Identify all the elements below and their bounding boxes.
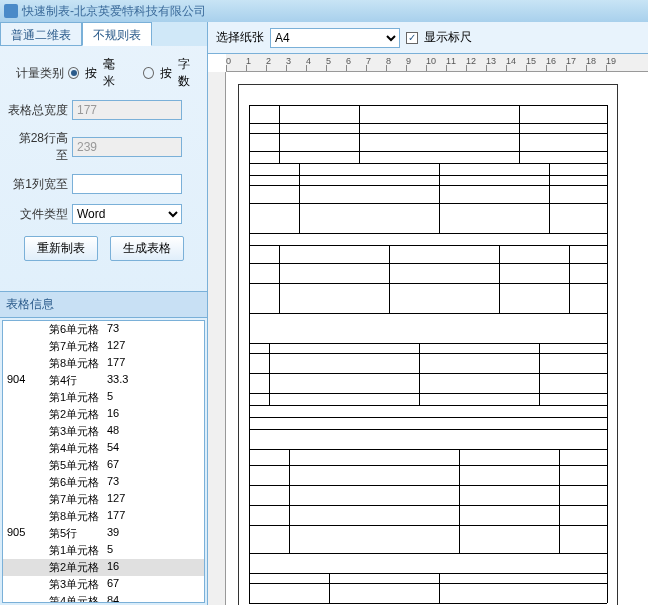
table-row[interactable]: 第7单元格127 [3, 491, 204, 508]
table-row[interactable]: 第1单元格5 [3, 389, 204, 406]
table-row[interactable]: 904第4行33.3 [3, 372, 204, 389]
table-row[interactable]: 第4单元格84 [3, 593, 204, 603]
workspace: 普通二维表 不规则表 计量类别 按 毫米 按 字数 表格总宽度 [0, 22, 648, 605]
col-input[interactable] [72, 174, 182, 194]
show-ruler-label: 显示标尺 [424, 29, 472, 46]
info-list[interactable]: 第6单元格73第7单元格127第8单元格177904第4行33.3第1单元格5第… [2, 320, 205, 603]
table-row[interactable]: 第5单元格67 [3, 457, 204, 474]
filetype-select[interactable]: Word [72, 204, 182, 224]
ruler-horizontal: 012345678910111213141516171819 [226, 54, 648, 72]
show-ruler-checkbox[interactable] [406, 32, 418, 44]
paper-select[interactable]: A4 [270, 28, 400, 48]
info-header: 表格信息 [0, 291, 207, 318]
left-panel: 普通二维表 不规则表 计量类别 按 毫米 按 字数 表格总宽度 [0, 22, 208, 605]
width-input[interactable] [72, 100, 182, 120]
height-input[interactable] [72, 137, 182, 157]
table-row[interactable]: 第8单元格177 [3, 355, 204, 372]
width-label: 表格总宽度 [8, 102, 68, 119]
paper-label: 选择纸张 [216, 29, 264, 46]
window-title: 快速制表-北京英爱特科技有限公司 [22, 3, 206, 20]
table-row[interactable]: 第3单元格67 [3, 576, 204, 593]
measure-label: 计量类别 [8, 65, 64, 82]
table-row[interactable]: 第4单元格54 [3, 440, 204, 457]
tab-irregular[interactable]: 不规则表 [82, 22, 152, 46]
table-row[interactable]: 第7单元格127 [3, 338, 204, 355]
table-row[interactable]: 第2单元格16 [3, 406, 204, 423]
form-area: 计量类别 按 毫米 按 字数 表格总宽度 第28行高至 [0, 46, 207, 271]
table-row[interactable]: 第2单元格16 [3, 559, 204, 576]
table-row[interactable]: 第6单元格73 [3, 474, 204, 491]
table-row[interactable]: 第6单元格73 [3, 321, 204, 338]
app-icon [4, 4, 18, 18]
right-toolbar: 选择纸张 A4 显示标尺 [208, 22, 648, 54]
table-row[interactable]: 第8单元格177 [3, 508, 204, 525]
ruler-vertical [208, 72, 226, 605]
window-titlebar: 快速制表-北京英爱特科技有限公司 [0, 0, 648, 22]
generate-button[interactable]: 生成表格 [110, 236, 184, 261]
redo-button[interactable]: 重新制表 [24, 236, 98, 261]
col-label: 第1列宽至 [8, 176, 68, 193]
preview-area[interactable]: 012345678910111213141516171819 [208, 54, 648, 605]
filetype-label: 文件类型 [8, 206, 68, 223]
height-label: 第28行高至 [8, 130, 68, 164]
tab-bar: 普通二维表 不规则表 [0, 22, 207, 46]
table-row[interactable]: 第1单元格5 [3, 542, 204, 559]
radio-chars[interactable] [143, 67, 154, 79]
tab-regular[interactable]: 普通二维表 [0, 22, 82, 46]
radio-mm[interactable] [68, 67, 79, 79]
table-row[interactable]: 905第5行39 [3, 525, 204, 542]
right-panel: 选择纸张 A4 显示标尺 012345678910111213141516171… [208, 22, 648, 605]
table-row[interactable]: 第3单元格48 [3, 423, 204, 440]
page-canvas [238, 84, 618, 605]
radio-group-measure: 按 毫米 按 字数 [68, 56, 199, 90]
